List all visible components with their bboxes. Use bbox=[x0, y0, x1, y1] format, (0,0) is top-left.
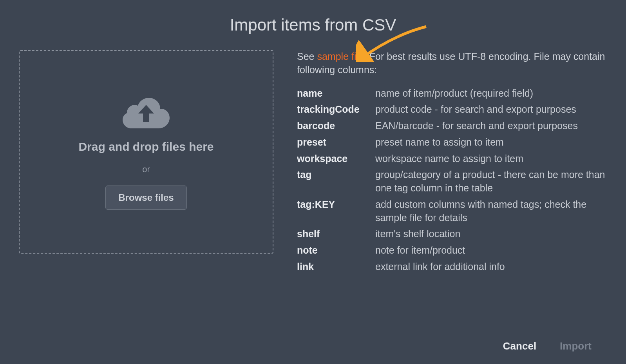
dropzone-heading: Drag and drop files here bbox=[78, 140, 213, 153]
import-csv-dialog: Import items from CSV Drag and drop file… bbox=[0, 0, 626, 364]
column-name: shelf bbox=[297, 227, 371, 241]
cloud-upload-icon bbox=[123, 94, 170, 129]
dialog-title: Import items from CSV bbox=[19, 16, 607, 34]
info-intro: See sample file. For best results use UT… bbox=[297, 50, 607, 77]
dialog-buttons: Cancel Import bbox=[19, 332, 607, 352]
content-row: Drag and drop files here or Browse files… bbox=[19, 50, 607, 332]
column-name: preset bbox=[297, 136, 371, 149]
column-name: link bbox=[297, 260, 371, 274]
column-desc: item's shelf location bbox=[375, 227, 607, 241]
column-desc: add custom columns with named tags; chec… bbox=[375, 198, 607, 225]
column-desc: workspace name to assign to item bbox=[375, 152, 607, 166]
columns-table: name name of item/product (required fiel… bbox=[297, 87, 607, 274]
column-desc: preset name to assign to item bbox=[375, 136, 607, 149]
column-name: note bbox=[297, 244, 371, 257]
column-name: tag bbox=[297, 168, 371, 195]
column-desc: group/category of a product - there can … bbox=[375, 168, 607, 195]
column-name: tag:KEY bbox=[297, 198, 371, 225]
column-name: workspace bbox=[297, 152, 371, 166]
info-see-text: See bbox=[297, 51, 317, 62]
column-desc: name of item/product (required field) bbox=[375, 87, 607, 100]
column-name: name bbox=[297, 87, 371, 100]
dropzone-or-text: or bbox=[142, 164, 150, 175]
column-desc: external link for additional info bbox=[375, 260, 607, 274]
info-panel: See sample file. For best results use UT… bbox=[297, 50, 607, 332]
sample-file-link[interactable]: sample file bbox=[317, 51, 364, 62]
column-desc: product code - for search and export pur… bbox=[375, 103, 607, 116]
column-desc: EAN/barcode - for search and export purp… bbox=[375, 119, 607, 133]
browse-files-button[interactable]: Browse files bbox=[105, 186, 186, 210]
column-name: trackingCode bbox=[297, 103, 371, 116]
cancel-button[interactable]: Cancel bbox=[503, 340, 536, 352]
column-desc: note for item/product bbox=[375, 244, 607, 257]
column-name: barcode bbox=[297, 119, 371, 133]
import-button[interactable]: Import bbox=[560, 340, 592, 352]
file-dropzone[interactable]: Drag and drop files here or Browse files bbox=[19, 50, 273, 254]
